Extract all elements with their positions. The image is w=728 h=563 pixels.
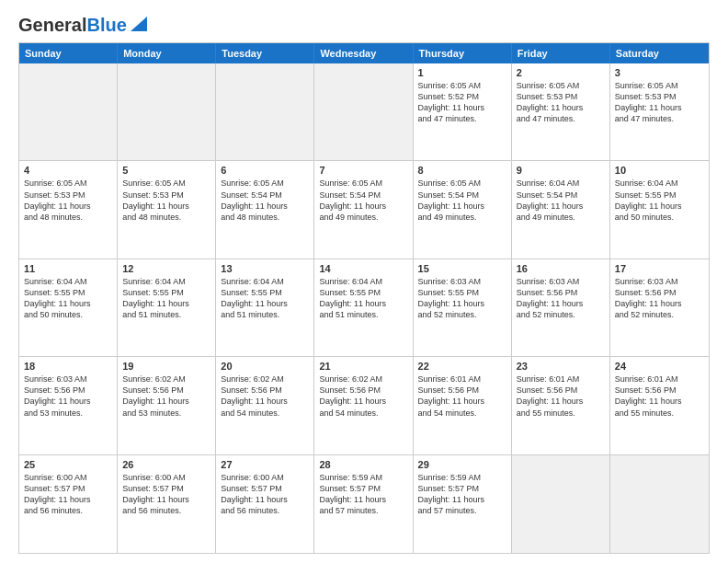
calendar-cell-day-22: 22Sunrise: 6:01 AMSunset: 5:56 PMDayligh… [414, 357, 512, 454]
svg-marker-0 [131, 17, 147, 31]
calendar-cell-day-29: 29Sunrise: 5:59 AMSunset: 5:57 PMDayligh… [414, 455, 512, 553]
page: GeneralBlue SundayMondayTuesdayWednesday… [0, 0, 728, 563]
calendar-cell-day-8: 8Sunrise: 6:05 AMSunset: 5:54 PMDaylight… [414, 161, 512, 258]
cell-info: Sunrise: 6:05 AMSunset: 5:53 PMDaylight:… [517, 80, 605, 125]
calendar-cell-day-2: 2Sunrise: 6:05 AMSunset: 5:53 PMDaylight… [512, 63, 610, 160]
calendar-row-3: 11Sunrise: 6:04 AMSunset: 5:55 PMDayligh… [19, 259, 709, 357]
calendar-cell-day-28: 28Sunrise: 5:59 AMSunset: 5:57 PMDayligh… [314, 455, 413, 553]
day-number: 21 [319, 361, 407, 372]
calendar-cell-day-27: 27Sunrise: 6:00 AMSunset: 5:57 PMDayligh… [216, 455, 314, 553]
cell-info: Sunrise: 6:00 AMSunset: 5:57 PMDaylight:… [122, 472, 210, 517]
header-day-friday: Friday [512, 43, 610, 63]
cell-info: Sunrise: 6:05 AMSunset: 5:54 PMDaylight:… [319, 178, 407, 223]
cell-info: Sunrise: 6:02 AMSunset: 5:56 PMDaylight:… [319, 373, 407, 419]
day-number: 6 [221, 165, 309, 176]
cell-info: Sunrise: 6:04 AMSunset: 5:54 PMDaylight:… [517, 178, 605, 223]
calendar-cell-day-4: 4Sunrise: 6:05 AMSunset: 5:53 PMDaylight… [19, 161, 118, 258]
cell-info: Sunrise: 6:01 AMSunset: 5:56 PMDaylight:… [418, 373, 506, 419]
day-number: 14 [319, 263, 407, 274]
calendar-cell-day-1: 1Sunrise: 6:05 AMSunset: 5:52 PMDaylight… [414, 63, 512, 160]
day-number: 18 [24, 361, 112, 372]
calendar-cell-day-9: 9Sunrise: 6:04 AMSunset: 5:54 PMDaylight… [512, 161, 610, 258]
day-number: 11 [24, 263, 112, 274]
day-number: 17 [615, 263, 704, 274]
calendar-cell-day-17: 17Sunrise: 6:03 AMSunset: 5:56 PMDayligh… [610, 259, 709, 356]
calendar-cell-day-6: 6Sunrise: 6:05 AMSunset: 5:54 PMDaylight… [216, 161, 314, 258]
day-number: 25 [24, 459, 112, 470]
cell-info: Sunrise: 6:03 AMSunset: 5:56 PMDaylight:… [517, 276, 605, 321]
day-number: 9 [517, 165, 605, 176]
calendar-cell-day-16: 16Sunrise: 6:03 AMSunset: 5:56 PMDayligh… [512, 259, 610, 356]
calendar-body: 1Sunrise: 6:05 AMSunset: 5:52 PMDaylight… [19, 63, 709, 553]
calendar-cell-day-13: 13Sunrise: 6:04 AMSunset: 5:55 PMDayligh… [216, 259, 314, 356]
calendar-cell-day-23: 23Sunrise: 6:01 AMSunset: 5:56 PMDayligh… [512, 357, 610, 454]
calendar-cell-day-19: 19Sunrise: 6:02 AMSunset: 5:56 PMDayligh… [118, 357, 216, 454]
day-number: 27 [221, 459, 309, 470]
calendar-row-1: 1Sunrise: 6:05 AMSunset: 5:52 PMDaylight… [19, 63, 709, 161]
day-number: 10 [615, 165, 704, 176]
calendar-header: SundayMondayTuesdayWednesdayThursdayFrid… [19, 43, 709, 63]
calendar-row-4: 18Sunrise: 6:03 AMSunset: 5:56 PMDayligh… [19, 357, 709, 454]
logo: GeneralBlue [18, 15, 147, 35]
cell-info: Sunrise: 6:05 AMSunset: 5:53 PMDaylight:… [24, 178, 112, 223]
day-number: 4 [24, 165, 112, 176]
calendar-cell-empty [314, 63, 413, 160]
day-number: 12 [122, 263, 210, 274]
cell-info: Sunrise: 6:00 AMSunset: 5:57 PMDaylight:… [24, 472, 112, 517]
header-day-monday: Monday [118, 43, 216, 63]
day-number: 28 [319, 459, 407, 470]
cell-info: Sunrise: 6:05 AMSunset: 5:52 PMDaylight:… [418, 80, 506, 125]
calendar-cell-empty [610, 455, 709, 553]
day-number: 16 [517, 263, 605, 274]
cell-info: Sunrise: 6:03 AMSunset: 5:56 PMDaylight:… [615, 276, 704, 321]
cell-info: Sunrise: 6:05 AMSunset: 5:54 PMDaylight:… [221, 178, 309, 223]
day-number: 20 [221, 361, 309, 372]
calendar-cell-day-26: 26Sunrise: 6:00 AMSunset: 5:57 PMDayligh… [118, 455, 216, 553]
calendar-cell-empty [19, 63, 118, 160]
calendar-cell-day-24: 24Sunrise: 6:01 AMSunset: 5:56 PMDayligh… [610, 357, 709, 454]
logo-text: GeneralBlue [18, 16, 127, 34]
calendar-cell-day-25: 25Sunrise: 6:00 AMSunset: 5:57 PMDayligh… [19, 455, 118, 553]
calendar-cell-empty [216, 63, 314, 160]
calendar-cell-day-20: 20Sunrise: 6:02 AMSunset: 5:56 PMDayligh… [216, 357, 314, 454]
calendar-cell-day-15: 15Sunrise: 6:03 AMSunset: 5:55 PMDayligh… [414, 259, 512, 356]
logo-general: General [18, 15, 86, 35]
cell-info: Sunrise: 6:04 AMSunset: 5:55 PMDaylight:… [319, 276, 407, 321]
logo-icon [131, 17, 147, 31]
header-day-sunday: Sunday [19, 43, 118, 63]
calendar-cell-day-12: 12Sunrise: 6:04 AMSunset: 5:55 PMDayligh… [118, 259, 216, 356]
day-number: 26 [122, 459, 210, 470]
day-number: 7 [319, 165, 407, 176]
day-number: 19 [122, 361, 210, 372]
calendar-cell-day-3: 3Sunrise: 6:05 AMSunset: 5:53 PMDaylight… [610, 63, 709, 160]
calendar-cell-day-11: 11Sunrise: 6:04 AMSunset: 5:55 PMDayligh… [19, 259, 118, 356]
day-number: 8 [418, 165, 506, 176]
calendar-cell-day-14: 14Sunrise: 6:04 AMSunset: 5:55 PMDayligh… [314, 259, 413, 356]
cell-info: Sunrise: 6:04 AMSunset: 5:55 PMDaylight:… [221, 276, 309, 321]
calendar-cell-day-21: 21Sunrise: 6:02 AMSunset: 5:56 PMDayligh… [314, 357, 413, 454]
cell-info: Sunrise: 5:59 AMSunset: 5:57 PMDaylight:… [319, 472, 407, 517]
logo-blue: Blue [86, 15, 126, 35]
day-number: 15 [418, 263, 506, 274]
cell-info: Sunrise: 6:01 AMSunset: 5:56 PMDaylight:… [615, 373, 704, 419]
cell-info: Sunrise: 6:02 AMSunset: 5:56 PMDaylight:… [122, 373, 210, 419]
cell-info: Sunrise: 6:03 AMSunset: 5:55 PMDaylight:… [418, 276, 506, 321]
cell-info: Sunrise: 6:04 AMSunset: 5:55 PMDaylight:… [615, 178, 704, 223]
cell-info: Sunrise: 6:05 AMSunset: 5:54 PMDaylight:… [418, 178, 506, 223]
calendar-cell-day-18: 18Sunrise: 6:03 AMSunset: 5:56 PMDayligh… [19, 357, 118, 454]
cell-info: Sunrise: 6:04 AMSunset: 5:55 PMDaylight:… [24, 276, 112, 321]
day-number: 3 [615, 67, 704, 78]
cell-info: Sunrise: 5:59 AMSunset: 5:57 PMDaylight:… [418, 472, 506, 517]
cell-info: Sunrise: 6:00 AMSunset: 5:57 PMDaylight:… [221, 472, 309, 517]
day-number: 22 [418, 361, 506, 372]
day-number: 23 [517, 361, 605, 372]
day-number: 1 [418, 67, 506, 78]
calendar-cell-empty [512, 455, 610, 553]
cell-info: Sunrise: 6:03 AMSunset: 5:56 PMDaylight:… [24, 373, 112, 419]
calendar-row-2: 4Sunrise: 6:05 AMSunset: 5:53 PMDaylight… [19, 161, 709, 259]
cell-info: Sunrise: 6:05 AMSunset: 5:53 PMDaylight:… [615, 80, 704, 125]
cell-info: Sunrise: 6:05 AMSunset: 5:53 PMDaylight:… [122, 178, 210, 223]
header-day-thursday: Thursday [414, 43, 512, 63]
header: GeneralBlue [18, 15, 710, 35]
calendar: SundayMondayTuesdayWednesdayThursdayFrid… [18, 42, 710, 554]
